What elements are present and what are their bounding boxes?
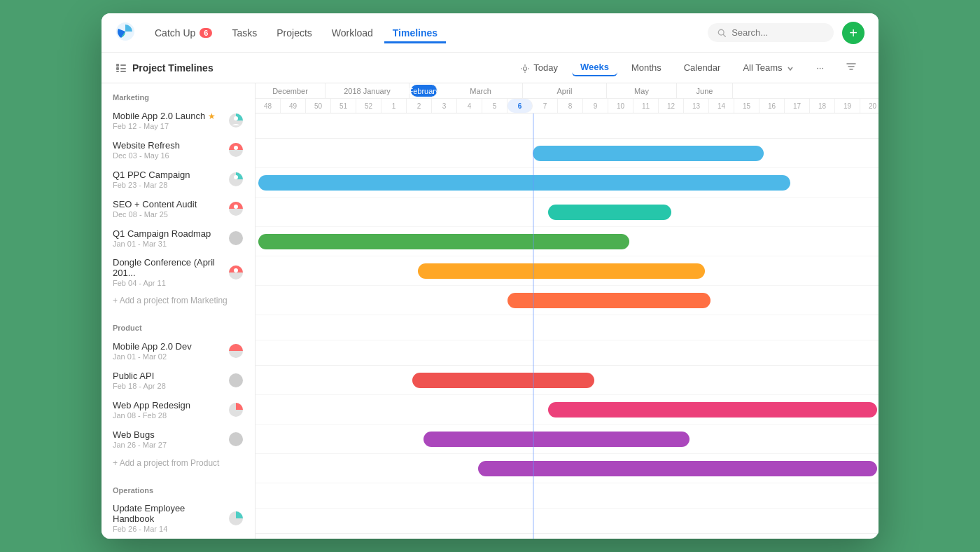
view-months[interactable]: Months bbox=[623, 60, 670, 76]
team-filter[interactable]: All Teams bbox=[734, 60, 802, 76]
week-2: 2 bbox=[407, 99, 432, 113]
svg-rect-3 bbox=[116, 64, 119, 67]
section-operations: Operations bbox=[102, 476, 255, 499]
timeline-section-marketing bbox=[255, 113, 878, 139]
add-button[interactable]: + bbox=[842, 22, 864, 44]
timeline-add-marketing bbox=[255, 315, 878, 340]
project-row[interactable]: Web App Redesign Jan 08 - Feb 28 bbox=[102, 395, 255, 425]
project-row[interactable]: Dongle Conference (April 201... Feb 04 -… bbox=[102, 253, 255, 291]
list-icon bbox=[115, 62, 127, 74]
bar-dongle[interactable] bbox=[507, 293, 710, 308]
star-icon: ★ bbox=[208, 111, 216, 121]
catch-up-badge: 6 bbox=[200, 28, 212, 38]
today-btn[interactable]: Today bbox=[512, 60, 566, 76]
timeline-row-q1-roadmap bbox=[255, 256, 878, 286]
week-8: 8 bbox=[558, 99, 583, 113]
project-row[interactable]: Mobile App 2.0 Dev Jan 01 - Mar 02 bbox=[102, 336, 255, 366]
week-13: 13 bbox=[684, 99, 709, 113]
project-row[interactable]: SEO + Content Audit Dec 08 - Mar 25 bbox=[102, 194, 255, 223]
week-5: 5 bbox=[482, 99, 507, 113]
timeline-body bbox=[255, 113, 878, 539]
add-marketing-project[interactable]: + Add a project from Marketing bbox=[102, 291, 255, 314]
week-17: 17 bbox=[785, 99, 810, 113]
project-row[interactable]: Website Refresh Dec 03 - May 16 bbox=[102, 135, 255, 165]
week-14: 14 bbox=[709, 99, 734, 113]
avatar bbox=[228, 113, 244, 128]
week-48: 48 bbox=[255, 99, 281, 113]
avatar bbox=[228, 172, 244, 187]
view-weeks[interactable]: Weeks bbox=[572, 59, 617, 76]
bar-mobile-app-launch[interactable] bbox=[533, 146, 764, 161]
project-row[interactable]: Annual Summit Jan 15 - Mar 30 bbox=[102, 537, 255, 539]
timeline-scroll: December 2018 January February March Apr… bbox=[255, 83, 878, 539]
svg-rect-8 bbox=[120, 71, 126, 72]
nav-catch-up[interactable]: Catch Up 6 bbox=[146, 23, 220, 43]
bar-web-redesign[interactable] bbox=[424, 432, 690, 447]
bar-web-bugs[interactable] bbox=[478, 461, 877, 476]
top-nav: Catch Up 6 Tasks Projects Workload Timel… bbox=[102, 13, 878, 53]
week-4: 4 bbox=[457, 99, 482, 113]
toolbar: Project Timelines Today Weeks Months bbox=[102, 53, 878, 83]
timeline-row-seo-audit bbox=[255, 227, 878, 256]
nav-tasks[interactable]: Tasks bbox=[223, 23, 265, 43]
timeline-row-public-api bbox=[255, 395, 878, 425]
svg-rect-6 bbox=[120, 68, 126, 69]
main-content: Marketing Mobile App 2.0 Launch ★ Feb 12… bbox=[102, 83, 878, 539]
month-row: December 2018 January February March Apr… bbox=[255, 83, 878, 99]
more-options-btn[interactable]: ··· bbox=[808, 60, 832, 76]
avatar bbox=[228, 265, 244, 280]
week-row: 48 49 50 51 52 1 2 3 4 5 6 7 8 bbox=[255, 99, 878, 113]
filter-btn[interactable] bbox=[838, 59, 864, 76]
project-row[interactable]: Mobile App 2.0 Launch ★ Feb 12 - May 17 bbox=[102, 106, 255, 135]
bar-seo-audit[interactable] bbox=[258, 234, 629, 249]
svg-point-9 bbox=[523, 67, 526, 70]
search-bar[interactable] bbox=[708, 23, 834, 42]
bar-q1-roadmap[interactable] bbox=[418, 263, 705, 279]
month-january: 2018 January bbox=[326, 83, 410, 98]
nav-timelines[interactable]: Timelines bbox=[384, 23, 446, 43]
timeline-row-mobile-dev bbox=[255, 366, 878, 395]
svg-rect-7 bbox=[116, 71, 119, 72]
week-50: 50 bbox=[306, 99, 331, 113]
sidebar: Marketing Mobile App 2.0 Launch ★ Feb 12… bbox=[102, 83, 255, 539]
section-marketing: Marketing bbox=[102, 83, 255, 106]
nav-workload[interactable]: Workload bbox=[323, 23, 382, 43]
sun-icon bbox=[521, 64, 529, 73]
active-underline bbox=[384, 42, 446, 43]
project-row[interactable]: Q1 PPC Campaign Feb 23 - Mar 28 bbox=[102, 165, 255, 194]
bar-website-refresh[interactable] bbox=[258, 175, 790, 191]
bar-q1-ppc[interactable] bbox=[548, 205, 671, 220]
view-calendar[interactable]: Calendar bbox=[676, 60, 729, 76]
toolbar-title: Project Timelines bbox=[115, 62, 512, 74]
week-16: 16 bbox=[760, 99, 785, 113]
project-row[interactable]: Update Employee Handbook Feb 26 - Mar 14 bbox=[102, 499, 255, 537]
month-march: March bbox=[439, 83, 523, 98]
svg-rect-5 bbox=[116, 67, 119, 70]
bar-public-api[interactable] bbox=[548, 402, 877, 418]
nav-projects[interactable]: Projects bbox=[268, 23, 321, 43]
timeline-area[interactable]: December 2018 January February March Apr… bbox=[255, 83, 878, 539]
week-11: 11 bbox=[634, 99, 659, 113]
timeline-row-dongle bbox=[255, 286, 878, 315]
week-19: 19 bbox=[835, 99, 860, 113]
project-row[interactable]: Q1 Campaign Roadmap Jan 01 - Mar 31 bbox=[102, 223, 255, 253]
svg-point-29 bbox=[229, 373, 243, 387]
week-9: 9 bbox=[583, 99, 608, 113]
week-20: 20 bbox=[860, 99, 878, 113]
project-row[interactable]: Web Bugs Jan 26 - Mar 27 bbox=[102, 425, 255, 454]
bar-mobile-dev[interactable] bbox=[412, 373, 594, 388]
month-may: May bbox=[607, 83, 677, 98]
svg-point-20 bbox=[234, 146, 238, 150]
timeline-row-handbook bbox=[255, 534, 878, 539]
week-6: 6 bbox=[507, 99, 533, 113]
avatar bbox=[228, 402, 244, 418]
search-input[interactable] bbox=[732, 27, 824, 38]
week-10: 10 bbox=[608, 99, 634, 113]
avatar bbox=[228, 373, 244, 388]
svg-point-18 bbox=[234, 116, 238, 120]
project-row[interactable]: Public API Feb 18 - Apr 28 bbox=[102, 366, 255, 395]
svg-point-27 bbox=[234, 268, 238, 272]
add-product-project[interactable]: + Add a project from Product bbox=[102, 454, 255, 476]
week-15: 15 bbox=[734, 99, 760, 113]
svg-rect-4 bbox=[120, 64, 126, 66]
